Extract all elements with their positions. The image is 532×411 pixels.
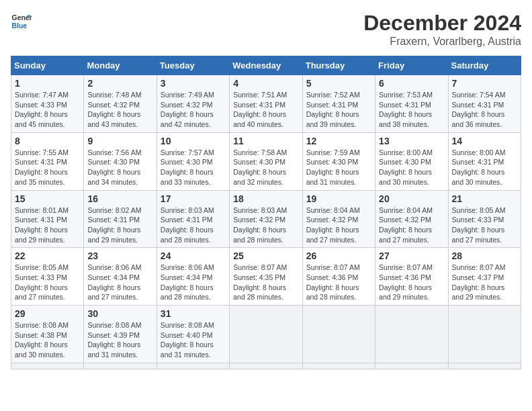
day-cell: 29 Sunrise: 8:08 AM Sunset: 4:38 PM Dayl…	[11, 306, 84, 363]
day-cell: 28 Sunrise: 8:07 AM Sunset: 4:37 PM Dayl…	[448, 248, 521, 306]
day-number: 8	[15, 136, 80, 146]
day-number: 18	[233, 193, 298, 204]
day-info: Sunrise: 8:02 AM Sunset: 4:31 PM Dayligh…	[87, 205, 152, 245]
col-friday: Friday	[375, 56, 448, 75]
col-saturday: Saturday	[448, 56, 521, 75]
day-info: Sunrise: 8:03 AM Sunset: 4:31 PM Dayligh…	[161, 205, 226, 245]
col-tuesday: Tuesday	[157, 56, 229, 75]
day-cell: 17 Sunrise: 8:03 AM Sunset: 4:31 PM Dayl…	[157, 190, 229, 248]
day-info: Sunrise: 8:07 AM Sunset: 4:36 PM Dayligh…	[306, 263, 371, 302]
day-cell: 26 Sunrise: 8:07 AM Sunset: 4:36 PM Dayl…	[302, 248, 375, 306]
day-cell: 23 Sunrise: 8:06 AM Sunset: 4:34 PM Dayl…	[84, 248, 157, 306]
day-info: Sunrise: 8:05 AM Sunset: 4:33 PM Dayligh…	[15, 263, 80, 302]
day-number: 1	[15, 78, 80, 89]
day-number: 11	[233, 136, 298, 146]
day-cell: 5 Sunrise: 7:52 AM Sunset: 4:31 PM Dayli…	[302, 75, 375, 133]
day-cell	[230, 363, 302, 369]
day-cell	[84, 363, 157, 369]
page-title: December 2024	[363, 11, 521, 36]
logo: General Blue	[11, 11, 32, 32]
day-cell: 20 Sunrise: 8:04 AM Sunset: 4:32 PM Dayl…	[375, 190, 448, 248]
day-info: Sunrise: 7:55 AM Sunset: 4:31 PM Dayligh…	[15, 148, 80, 187]
day-info: Sunrise: 8:05 AM Sunset: 4:33 PM Dayligh…	[452, 205, 517, 245]
day-cell: 12 Sunrise: 7:59 AM Sunset: 4:30 PM Dayl…	[302, 132, 375, 190]
day-info: Sunrise: 7:47 AM Sunset: 4:33 PM Dayligh…	[15, 90, 80, 130]
day-cell: 21 Sunrise: 8:05 AM Sunset: 4:33 PM Dayl…	[448, 190, 521, 248]
week-row-2: 8 Sunrise: 7:55 AM Sunset: 4:31 PM Dayli…	[11, 132, 521, 190]
day-info: Sunrise: 8:08 AM Sunset: 4:38 PM Dayligh…	[15, 320, 80, 360]
day-cell	[11, 363, 84, 369]
page-subtitle: Fraxern, Vorarlberg, Austria	[363, 36, 521, 48]
day-info: Sunrise: 8:07 AM Sunset: 4:35 PM Dayligh…	[233, 263, 298, 302]
day-cell	[230, 306, 302, 363]
svg-text:Blue: Blue	[12, 22, 28, 30]
day-info: Sunrise: 8:08 AM Sunset: 4:40 PM Dayligh…	[161, 320, 226, 360]
day-number: 24	[161, 250, 226, 261]
day-cell: 9 Sunrise: 7:56 AM Sunset: 4:30 PM Dayli…	[84, 132, 157, 190]
day-info: Sunrise: 7:56 AM Sunset: 4:30 PM Dayligh…	[87, 148, 152, 187]
day-info: Sunrise: 8:07 AM Sunset: 4:37 PM Dayligh…	[452, 263, 517, 302]
day-number: 6	[379, 78, 444, 89]
day-cell: 22 Sunrise: 8:05 AM Sunset: 4:33 PM Dayl…	[11, 248, 84, 306]
day-number: 25	[233, 250, 298, 261]
day-number: 16	[87, 193, 152, 204]
day-cell: 14 Sunrise: 8:00 AM Sunset: 4:31 PM Dayl…	[448, 132, 521, 190]
day-number: 14	[452, 136, 517, 146]
day-number: 21	[452, 193, 517, 204]
day-cell: 1 Sunrise: 7:47 AM Sunset: 4:33 PM Dayli…	[11, 75, 84, 133]
col-monday: Monday	[84, 56, 157, 75]
day-cell: 18 Sunrise: 8:03 AM Sunset: 4:32 PM Dayl…	[230, 190, 302, 248]
day-cell: 25 Sunrise: 8:07 AM Sunset: 4:35 PM Dayl…	[230, 248, 302, 306]
day-info: Sunrise: 7:51 AM Sunset: 4:31 PM Dayligh…	[233, 90, 298, 130]
col-wednesday: Wednesday	[230, 56, 302, 75]
day-number: 4	[233, 78, 298, 89]
day-number: 2	[87, 78, 152, 89]
day-info: Sunrise: 8:04 AM Sunset: 4:32 PM Dayligh…	[379, 205, 444, 245]
day-number: 20	[379, 193, 444, 204]
week-row-5: 29 Sunrise: 8:08 AM Sunset: 4:38 PM Dayl…	[11, 306, 521, 363]
day-number: 23	[87, 250, 152, 261]
day-cell: 2 Sunrise: 7:48 AM Sunset: 4:32 PM Dayli…	[84, 75, 157, 133]
day-cell	[375, 363, 448, 369]
day-info: Sunrise: 7:53 AM Sunset: 4:31 PM Dayligh…	[379, 90, 444, 130]
day-cell: 6 Sunrise: 7:53 AM Sunset: 4:31 PM Dayli…	[375, 75, 448, 133]
day-cell	[302, 363, 375, 369]
day-number: 29	[15, 308, 80, 319]
day-info: Sunrise: 8:03 AM Sunset: 4:32 PM Dayligh…	[233, 205, 298, 245]
day-info: Sunrise: 8:08 AM Sunset: 4:39 PM Dayligh…	[87, 320, 152, 360]
day-cell: 8 Sunrise: 7:55 AM Sunset: 4:31 PM Dayli…	[11, 132, 84, 190]
day-cell: 10 Sunrise: 7:57 AM Sunset: 4:30 PM Dayl…	[157, 132, 229, 190]
day-number: 3	[161, 78, 226, 89]
day-number: 13	[379, 136, 444, 146]
day-cell: 7 Sunrise: 7:54 AM Sunset: 4:31 PM Dayli…	[448, 75, 521, 133]
day-number: 10	[161, 136, 226, 146]
day-info: Sunrise: 7:49 AM Sunset: 4:32 PM Dayligh…	[161, 90, 226, 130]
day-number: 9	[87, 136, 152, 146]
day-number: 7	[452, 78, 517, 89]
day-info: Sunrise: 7:58 AM Sunset: 4:30 PM Dayligh…	[233, 148, 298, 187]
day-number: 31	[161, 308, 226, 319]
day-cell: 24 Sunrise: 8:06 AM Sunset: 4:34 PM Dayl…	[157, 248, 229, 306]
week-row-1: 1 Sunrise: 7:47 AM Sunset: 4:33 PM Dayli…	[11, 75, 521, 133]
day-cell: 15 Sunrise: 8:01 AM Sunset: 4:31 PM Dayl…	[11, 190, 84, 248]
day-info: Sunrise: 8:04 AM Sunset: 4:32 PM Dayligh…	[306, 205, 371, 245]
day-cell	[375, 306, 448, 363]
day-number: 26	[306, 250, 371, 261]
calendar-table: Sunday Monday Tuesday Wednesday Thursday…	[11, 56, 521, 369]
week-row-3: 15 Sunrise: 8:01 AM Sunset: 4:31 PM Dayl…	[11, 190, 521, 248]
day-number: 19	[306, 193, 371, 204]
day-cell: 16 Sunrise: 8:02 AM Sunset: 4:31 PM Dayl…	[84, 190, 157, 248]
day-info: Sunrise: 7:52 AM Sunset: 4:31 PM Dayligh…	[306, 90, 371, 130]
logo-icon: General Blue	[11, 11, 32, 32]
day-cell	[302, 306, 375, 363]
day-info: Sunrise: 7:59 AM Sunset: 4:30 PM Dayligh…	[306, 148, 371, 187]
day-number: 27	[379, 250, 444, 261]
day-cell	[448, 363, 521, 369]
day-cell: 27 Sunrise: 8:07 AM Sunset: 4:36 PM Dayl…	[375, 248, 448, 306]
week-row-4: 22 Sunrise: 8:05 AM Sunset: 4:33 PM Dayl…	[11, 248, 521, 306]
day-number: 12	[306, 136, 371, 146]
week-row-6	[11, 363, 521, 369]
day-number: 15	[15, 193, 80, 204]
day-info: Sunrise: 8:01 AM Sunset: 4:31 PM Dayligh…	[15, 205, 80, 245]
page-header: General Blue December 2024 Fraxern, Vora…	[11, 11, 521, 48]
